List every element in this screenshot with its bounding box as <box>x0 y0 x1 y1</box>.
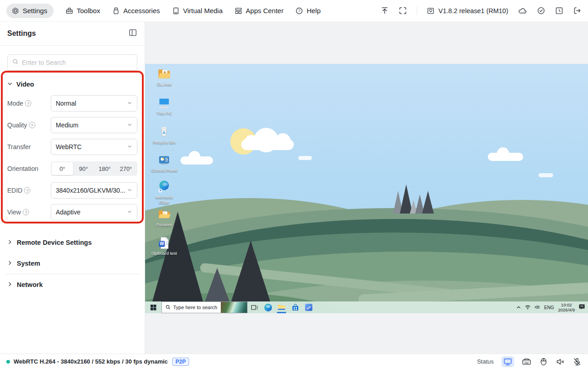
virtual-media-icon <box>172 7 180 15</box>
wallpaper-cloud <box>245 135 258 148</box>
tray-clock[interactable]: 10:02 2026/4/9 <box>558 302 575 313</box>
desktop-icon-this-pc[interactable]: This PC <box>150 96 179 116</box>
navbar-actions: V1.8.2 release1 (RM10) <box>380 6 582 15</box>
help-icon: ? <box>295 7 303 15</box>
video-section: Video Mode ? Normal Quality ? Medium <box>0 81 145 220</box>
bottom-status-bar: WebRTC H.264 - 3840x2160 / 552 kbps / 30… <box>0 354 588 369</box>
edid-help-icon[interactable]: ? <box>24 187 30 194</box>
tray-language[interactable]: ENG <box>544 305 554 310</box>
collapse-panel-icon[interactable] <box>128 28 137 39</box>
edid-select[interactable]: 3840x2160/GLKVM/30... <box>51 182 137 199</box>
nav-item-virtual-media[interactable]: Virtual Media <box>172 7 223 15</box>
desktop-icon-control-panel[interactable]: Control Panel <box>150 153 179 173</box>
taskbar-edge-button[interactable] <box>261 301 275 313</box>
orientation-option-180[interactable]: 180° <box>94 162 116 175</box>
notification-center-icon[interactable] <box>579 303 585 311</box>
quality-select[interactable]: Medium <box>51 117 137 133</box>
desktop-icon-recycle-bin[interactable]: Recycle Bin <box>150 125 179 145</box>
desktop-icon-pictures[interactable]: Pictures <box>150 208 179 227</box>
nav-item-help[interactable]: ? Help <box>295 7 321 15</box>
settings-gear-icon <box>11 7 19 15</box>
sidebar-sections: Remote Device Settings System Network <box>0 232 145 295</box>
sidebar-title: Settings <box>7 29 36 38</box>
search-highlight-image <box>221 302 247 313</box>
desktop-icon-clipboard-test[interactable]: W clipboard test <box>150 236 179 256</box>
view-label: View <box>7 209 21 216</box>
speaker-muted-icon[interactable] <box>556 357 565 366</box>
orientation-label: Orientation <box>7 165 51 172</box>
display-status-icon[interactable] <box>501 356 514 367</box>
security-check-icon[interactable] <box>537 6 545 15</box>
chevron-down-icon <box>127 100 132 107</box>
session-history-icon[interactable] <box>555 6 564 15</box>
taskbar-search-box[interactable]: Type here to search <box>161 301 248 313</box>
search-icon <box>12 58 19 67</box>
tray-volume-icon[interactable] <box>535 303 540 311</box>
video-section-title: Video <box>16 81 34 88</box>
taskbar-store-button[interactable] <box>288 301 302 313</box>
taskbar-file-explorer-button[interactable] <box>275 301 288 313</box>
connection-status-dot <box>6 360 10 364</box>
word-document-icon: W <box>157 236 171 250</box>
orientation-option-270[interactable]: 270° <box>115 162 136 175</box>
fullscreen-icon[interactable] <box>398 6 407 15</box>
desktop-icon-microsoft-edge[interactable]: Microsoft Edge <box>150 180 179 204</box>
quality-row: Quality ? Medium <box>7 117 137 133</box>
nav-item-apps-center[interactable]: Apps Center <box>234 7 283 15</box>
accessories-icon <box>112 7 120 15</box>
desktop-icon-label: This PC <box>156 111 172 116</box>
microphone-muted-icon[interactable] <box>573 357 582 366</box>
firmware-version[interactable]: V1.8.2 release1 (RM10) <box>427 7 508 15</box>
quality-help-icon[interactable]: ? <box>29 122 35 128</box>
windows-taskbar: Type here to search <box>145 301 588 313</box>
file-explorer-icon <box>277 304 286 311</box>
remote-desktop-view[interactable]: GL.iNet This PC Recycle Bin Control Pane… <box>145 64 588 313</box>
taskbar-app-button[interactable] <box>302 301 316 313</box>
desktop-icon-glinet[interactable]: GL.iNet <box>150 67 179 87</box>
sidebar-item-system[interactable]: System <box>0 253 145 274</box>
desktop-icon-label: clipboard test <box>151 251 177 256</box>
toolbox-icon <box>65 7 73 15</box>
start-button[interactable] <box>145 301 161 313</box>
chevron-down-icon <box>127 209 132 216</box>
mode-help-icon[interactable]: ? <box>25 100 31 107</box>
keyboard-status-icon[interactable] <box>522 357 531 366</box>
edge-icon <box>157 180 171 194</box>
sidebar-search[interactable] <box>7 54 137 71</box>
mode-row: Mode ? Normal <box>7 95 137 112</box>
orientation-option-0[interactable]: 0° <box>52 162 73 175</box>
mode-value: Normal <box>56 100 76 107</box>
app-window: Settings Toolbox Accessories Virtual Med… <box>0 0 588 369</box>
cloud-status-icon[interactable] <box>518 6 527 15</box>
transfer-select[interactable]: WebRTC <box>51 139 137 155</box>
orientation-option-90[interactable]: 90° <box>73 162 94 175</box>
nav-item-toolbox[interactable]: Toolbox <box>65 7 100 15</box>
sidebar-item-network[interactable]: Network <box>0 274 145 295</box>
view-row: View ? Adaptive <box>7 204 137 220</box>
nav-item-accessories[interactable]: Accessories <box>112 7 160 15</box>
search-input[interactable] <box>22 59 132 66</box>
view-help-icon[interactable]: ? <box>23 209 29 215</box>
navbar-divider <box>417 7 417 15</box>
wifi-icon[interactable] <box>525 303 530 311</box>
windows-logo-icon <box>151 305 156 311</box>
section-label: Network <box>17 281 43 288</box>
wallpaper-cloud <box>298 156 312 160</box>
wallpaper-cloud <box>539 173 553 177</box>
mode-select[interactable]: Normal <box>51 95 137 112</box>
mouse-status-icon[interactable] <box>539 357 548 366</box>
video-section-header[interactable]: Video <box>7 81 137 88</box>
chevron-right-icon <box>7 281 13 288</box>
chevron-down-icon <box>127 143 132 151</box>
task-view-button[interactable] <box>248 301 261 313</box>
upload-icon[interactable] <box>380 6 389 15</box>
tray-chevron-up-icon[interactable] <box>516 303 521 311</box>
version-label: V1.8.2 release1 (RM10) <box>438 7 508 15</box>
pictures-folder-icon <box>157 208 171 221</box>
p2p-badge: P2P <box>172 358 189 366</box>
logout-icon[interactable] <box>573 6 582 15</box>
desktop-icon-label: Control Panel <box>151 168 177 173</box>
nav-item-settings[interactable]: Settings <box>6 4 53 18</box>
sidebar-item-remote-device-settings[interactable]: Remote Device Settings <box>0 232 145 253</box>
view-select[interactable]: Adaptive <box>51 204 137 220</box>
